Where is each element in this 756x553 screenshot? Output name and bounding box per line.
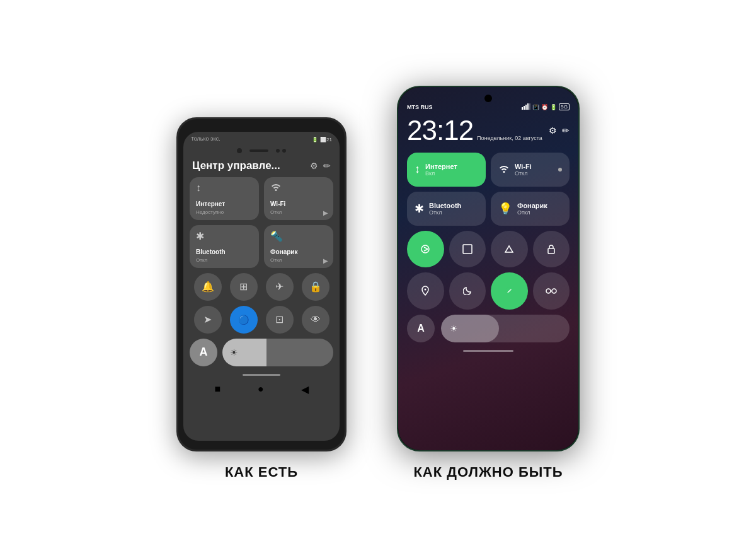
left-home-bar (243, 374, 280, 376)
wifi-icon (270, 182, 282, 194)
settings-icon-right[interactable]: ⚙ (549, 125, 557, 136)
cc-small-row2: ➤ 🔵 ⊡ 👁 (183, 303, 340, 336)
flashlight-tile[interactable]: 🔦 Фонарик Откл ▶ (264, 225, 333, 268)
right-bluetooth-tile[interactable]: ✱ Bluetooth Откл (407, 192, 486, 226)
bell-tile[interactable]: 🔔 (194, 273, 222, 301)
right-phone: MTS RUS 📳 ⏰ (397, 86, 580, 451)
right-glasses-tile[interactable] (533, 272, 570, 310)
location-tile[interactable]: ➤ (194, 306, 222, 334)
left-status-text: Только экс. (191, 136, 220, 142)
right-home-bar (463, 350, 513, 352)
brightness-slider[interactable]: ☀ (222, 339, 333, 366)
svg-rect-3 (527, 103, 529, 110)
clock-display: 23:12 (407, 115, 473, 146)
bluetooth-icon: ✱ (196, 230, 204, 242)
flashlight-icon: 🔦 (270, 230, 283, 242)
right-wifi-icon (498, 163, 510, 176)
right-phone-screen: MTS RUS 📳 ⏰ (398, 87, 578, 450)
brightness-icon: ☀ (230, 347, 238, 358)
alarm-icon: ⏰ (541, 104, 548, 110)
right-main-tiles: ↕ Интернет Вкл Wi-Fi (407, 153, 570, 226)
svg-point-12 (546, 289, 551, 293)
right-internet-tile[interactable]: ↕ Интернет Вкл (407, 153, 486, 187)
svg-point-13 (552, 289, 556, 293)
date-display: Понедельник, 02 августа (477, 135, 542, 141)
edit-icon[interactable]: ✏ (323, 161, 331, 171)
bluetooth-tile[interactable]: ✱ Bluetooth Откл (190, 225, 259, 268)
internet-tile[interactable]: ↕ Интернет Недоступно (190, 177, 259, 220)
right-music-tile[interactable] (407, 231, 444, 268)
right-font-button[interactable]: A (407, 315, 435, 342)
cc-title: Центр управле... (192, 160, 280, 172)
right-triangle-tile[interactable] (491, 231, 528, 268)
eye-tile[interactable]: 👁 (302, 306, 329, 334)
svg-rect-2 (525, 105, 527, 110)
airplane-tile[interactable]: ✈ (266, 273, 294, 301)
left-speaker (249, 149, 268, 152)
right-brightness-slider[interactable]: ☀ (441, 315, 570, 342)
right-screen-tile[interactable] (449, 231, 486, 268)
left-status-icons: 🔋 ⬜21 (312, 137, 332, 143)
phones-container: Только экс. 🔋 ⬜21 (164, 67, 592, 487)
svg-rect-4 (529, 103, 530, 110)
svg-rect-0 (522, 107, 523, 110)
right-small-row1 (407, 231, 570, 268)
svg-line-6 (424, 247, 428, 249)
screen-mirror-tile[interactable]: ⊞ (230, 273, 258, 301)
svg-point-5 (421, 245, 429, 253)
focus-tile-active[interactable]: 🔵 (230, 306, 258, 334)
right-wifi-sub: Откл (515, 170, 532, 177)
right-status-icons: 📳 ⏰ 🔋 5G (522, 103, 570, 111)
wifi-arrow: ▶ (323, 209, 328, 216)
flashlight-arrow: ▶ (323, 257, 328, 264)
right-wifi-tile[interactable]: Wi-Fi Откл (491, 153, 570, 187)
right-internet-text: Интернет Вкл (425, 163, 457, 177)
right-moon-tile[interactable] (449, 272, 486, 310)
lock-rotation-tile[interactable]: 🔒 (302, 273, 329, 301)
right-internet-icon: ↕ (415, 163, 420, 176)
right-bluetooth-icon: ✱ (415, 202, 424, 216)
right-time-icons: ⚙ ✏ (549, 125, 570, 136)
left-label: КАК ЕСТЬ (225, 464, 298, 480)
svg-line-7 (424, 249, 428, 251)
left-status-bar: Только экс. 🔋 ⬜21 (183, 132, 340, 148)
svg-rect-8 (463, 245, 472, 253)
internet-icon: ↕ (196, 182, 201, 194)
right-bluetooth-sub: Откл (429, 209, 461, 216)
network-type: 5G (559, 103, 570, 110)
recents-button[interactable]: ◀ (301, 383, 309, 395)
right-phone-wrapper: MTS RUS 📳 ⏰ (397, 86, 580, 480)
left-sensor2 (282, 149, 286, 153)
internet-sub: Недоступно (196, 209, 253, 215)
scan-tile[interactable]: ⊡ (266, 306, 294, 334)
right-lock-tile[interactable] (533, 231, 570, 268)
cc-small-row1: 🔔 ⊞ ✈ 🔒 (183, 268, 340, 303)
font-button[interactable]: A (190, 339, 217, 366)
svg-rect-9 (548, 248, 554, 253)
cc-title-bar: Центр управле... ⚙ ✏ (183, 157, 340, 177)
right-brightness-row: A ☀ (407, 315, 570, 342)
right-label: КАК ДОЛЖНО БЫТЬ (413, 464, 563, 480)
right-wifi-title: Wi-Fi (515, 163, 532, 170)
svg-point-10 (425, 289, 427, 291)
battery-icon: 🔋 (312, 137, 318, 143)
right-wifi-text: Wi-Fi Откл (515, 163, 532, 177)
internet-title: Интернет (196, 201, 253, 207)
right-flashlight-tile[interactable]: 💡 Фонарик Откл (491, 192, 570, 226)
signal-icon: ⬜21 (320, 137, 332, 143)
right-time-row: 23:12 Понедельник, 02 августа ⚙ ✏ (407, 115, 570, 146)
bluetooth-title: Bluetooth (196, 248, 253, 255)
right-small-row2 (407, 272, 570, 310)
right-pen-tile[interactable] (491, 272, 528, 310)
left-sensor1 (276, 149, 280, 153)
right-location-tile[interactable] (407, 272, 444, 310)
home-button[interactable]: ● (258, 383, 264, 395)
edit-icon-right[interactable]: ✏ (562, 125, 570, 136)
right-internet-sub: Вкл (425, 170, 457, 177)
wifi-tile[interactable]: Wi-Fi Откл ▶ (264, 177, 333, 220)
signal-strength-icon (522, 103, 530, 111)
settings-icon[interactable]: ⚙ (310, 161, 318, 171)
right-internet-title: Интернет (425, 163, 457, 170)
right-flashlight-sub: Откл (517, 209, 547, 216)
back-button[interactable]: ■ (214, 383, 220, 395)
